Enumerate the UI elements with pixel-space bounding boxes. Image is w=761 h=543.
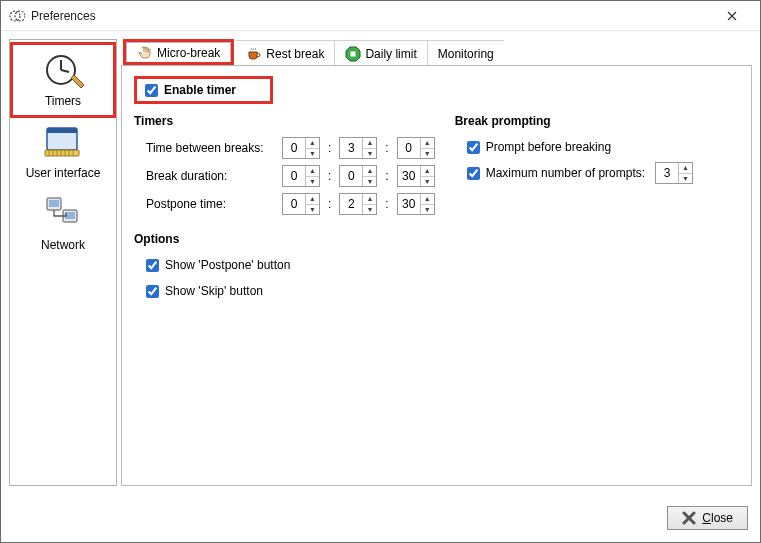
- close-button[interactable]: Close: [667, 506, 748, 530]
- spin-down[interactable]: ▼: [421, 205, 434, 215]
- svg-rect-7: [45, 150, 79, 156]
- spin-up[interactable]: ▲: [306, 138, 319, 149]
- minutes-input[interactable]: [340, 138, 362, 158]
- spin-down[interactable]: ▼: [421, 177, 434, 187]
- minutes-spinner[interactable]: ▲▼: [339, 193, 377, 215]
- spin-up[interactable]: ▲: [306, 166, 319, 177]
- section-title-timers: Timers: [134, 114, 435, 128]
- section-title-options: Options: [134, 232, 739, 246]
- max-prompts-input[interactable]: [656, 163, 678, 183]
- hours-input[interactable]: [283, 166, 305, 186]
- close-button-label: Close: [702, 511, 733, 525]
- seconds-spinner[interactable]: ▲▼: [397, 193, 435, 215]
- tab-rest-break[interactable]: Rest break: [236, 40, 334, 66]
- preferences-window: Preferences Timers: [0, 0, 761, 543]
- seconds-input[interactable]: [398, 138, 420, 158]
- spin-down[interactable]: ▼: [421, 149, 434, 159]
- prompt-before-checkbox[interactable]: [467, 141, 480, 154]
- sidebar-item-label: User interface: [26, 166, 101, 180]
- svg-rect-6: [47, 128, 77, 133]
- minutes-input[interactable]: [340, 166, 362, 186]
- seconds-spinner[interactable]: ▲▼: [397, 137, 435, 159]
- row-label: Time between breaks:: [146, 141, 276, 155]
- sidebar-item-label: Timers: [45, 94, 81, 108]
- main: Micro-break Rest break: [121, 39, 752, 486]
- tab-label: Daily limit: [365, 47, 416, 61]
- hand-icon: [137, 45, 153, 61]
- hours-spinner[interactable]: ▲▼: [282, 193, 320, 215]
- coffee-icon: [246, 46, 262, 62]
- spin-up[interactable]: ▲: [306, 194, 319, 205]
- svg-rect-20: [351, 51, 356, 56]
- tab-label: Monitoring: [438, 47, 494, 61]
- stop-icon: [345, 46, 361, 62]
- minutes-input[interactable]: [340, 194, 362, 214]
- spin-up[interactable]: ▲: [421, 138, 434, 149]
- show-postpone-checkbox[interactable]: [146, 259, 159, 272]
- enable-timer-checkbox[interactable]: [145, 84, 158, 97]
- sidebar: Timers User: [9, 39, 117, 486]
- spin-down[interactable]: ▼: [679, 174, 692, 184]
- hours-spinner[interactable]: ▲▼: [282, 137, 320, 159]
- tab-label: Micro-break: [157, 46, 220, 60]
- tab-monitoring[interactable]: Monitoring: [427, 40, 504, 66]
- row-label: Break duration:: [146, 169, 276, 183]
- spin-up[interactable]: ▲: [679, 163, 692, 174]
- row-time-between-breaks: Time between breaks: ▲▼ : ▲▼ : ▲▼: [146, 134, 435, 162]
- seconds-input[interactable]: [398, 166, 420, 186]
- max-prompts-label: Maximum number of prompts:: [486, 166, 645, 180]
- seconds-input[interactable]: [398, 194, 420, 214]
- spin-down[interactable]: ▼: [363, 205, 376, 215]
- minutes-spinner[interactable]: ▲▼: [339, 137, 377, 159]
- sidebar-item-user-interface[interactable]: User interface: [12, 116, 114, 188]
- network-icon: [39, 192, 87, 236]
- spin-up[interactable]: ▲: [421, 166, 434, 177]
- colon: :: [326, 169, 333, 183]
- row-postpone-time: Postpone time: ▲▼ : ▲▼ : ▲▼: [146, 190, 435, 218]
- colon: :: [326, 141, 333, 155]
- svg-rect-16: [49, 200, 59, 207]
- show-skip-label: Show 'Skip' button: [165, 284, 263, 298]
- spin-up[interactable]: ▲: [363, 138, 376, 149]
- spin-down[interactable]: ▼: [306, 149, 319, 159]
- minutes-spinner[interactable]: ▲▼: [339, 165, 377, 187]
- user-interface-icon: [39, 120, 87, 164]
- enable-timer-label: Enable timer: [164, 83, 236, 97]
- tab-daily-limit[interactable]: Daily limit: [334, 40, 426, 66]
- spin-down[interactable]: ▼: [306, 205, 319, 215]
- close-icon: [682, 511, 696, 525]
- app-icon: [9, 8, 25, 24]
- row-show-skip: Show 'Skip' button: [146, 278, 739, 304]
- seconds-spinner[interactable]: ▲▼: [397, 165, 435, 187]
- tab-highlight: Micro-break: [123, 39, 234, 65]
- spin-up[interactable]: ▲: [363, 166, 376, 177]
- hours-spinner[interactable]: ▲▼: [282, 165, 320, 187]
- tab-label: Rest break: [266, 47, 324, 61]
- sidebar-item-network[interactable]: Network: [12, 188, 114, 260]
- spin-up[interactable]: ▲: [363, 194, 376, 205]
- max-prompts-spinner[interactable]: ▲▼: [655, 162, 693, 184]
- colon: :: [383, 197, 390, 211]
- prompt-before-label: Prompt before breaking: [486, 140, 611, 154]
- max-prompts-checkbox[interactable]: [467, 167, 480, 180]
- sidebar-item-label: Network: [41, 238, 85, 252]
- spin-up[interactable]: ▲: [421, 194, 434, 205]
- enable-timer-highlight: Enable timer: [134, 76, 273, 104]
- hours-input[interactable]: [283, 138, 305, 158]
- row-break-duration: Break duration: ▲▼ : ▲▼ : ▲▼: [146, 162, 435, 190]
- sidebar-item-timers[interactable]: Timers: [12, 44, 114, 116]
- section-options: Options Show 'Postpone' button Show 'Ski…: [134, 232, 739, 304]
- body: Timers User: [1, 31, 760, 494]
- tab-micro-break[interactable]: Micro-break: [126, 42, 231, 62]
- show-postpone-label: Show 'Postpone' button: [165, 258, 290, 272]
- colon: :: [383, 141, 390, 155]
- hours-input[interactable]: [283, 194, 305, 214]
- window-close-button[interactable]: [712, 1, 752, 30]
- section-timers: Timers Time between breaks: ▲▼ : ▲▼ : ▲▼: [134, 112, 435, 218]
- spin-down[interactable]: ▼: [363, 149, 376, 159]
- spin-down[interactable]: ▼: [363, 177, 376, 187]
- footer: Close: [1, 494, 760, 542]
- row-show-postpone: Show 'Postpone' button: [146, 252, 739, 278]
- show-skip-checkbox[interactable]: [146, 285, 159, 298]
- spin-down[interactable]: ▼: [306, 177, 319, 187]
